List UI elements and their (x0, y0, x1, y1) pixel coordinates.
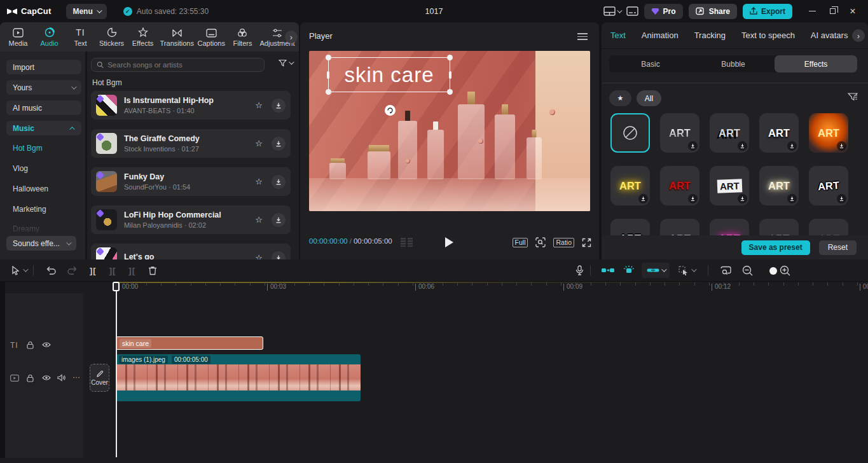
all-filter-button[interactable]: All (637, 90, 661, 106)
resize-handle[interactable] (326, 89, 331, 95)
delete-right-button[interactable]: ][ (128, 266, 135, 275)
resize-handle[interactable] (447, 55, 453, 60)
save-as-preset-button[interactable]: Save as preset (741, 240, 810, 255)
download-button[interactable] (272, 213, 286, 227)
effect-tile[interactable]: ART (710, 219, 749, 235)
effect-tile[interactable]: ART (610, 166, 650, 205)
download-button[interactable] (272, 137, 286, 151)
download-button[interactable] (272, 99, 286, 113)
tab-text[interactable]: Text (610, 31, 626, 40)
compact-layout-button[interactable] (626, 6, 638, 16)
pro-button[interactable]: Pro (644, 4, 683, 19)
effect-tile[interactable]: ART (660, 113, 699, 153)
tab-text[interactable]: TI Text (65, 27, 96, 47)
restore-button[interactable] (823, 3, 841, 20)
song-row[interactable]: Let's go ☆ (91, 244, 291, 259)
ratio-button[interactable]: Ratio (553, 238, 574, 247)
record-voiceover-button[interactable] (575, 265, 584, 275)
split-button[interactable]: ][ (90, 266, 97, 275)
tab-tracking[interactable]: Tracking (694, 31, 726, 40)
cursor-mode-button[interactable] (679, 266, 695, 275)
tab-captions[interactable]: Captions (196, 27, 227, 47)
effects-filter-button[interactable] (848, 92, 858, 101)
effect-tile[interactable]: ART (660, 166, 699, 205)
delete-left-button[interactable]: ][ (109, 266, 116, 275)
effect-tile[interactable]: ART (759, 113, 799, 153)
sidebar-item-vlog[interactable]: Vlog (13, 164, 28, 173)
song-row[interactable]: The Giraffe ComedyStock Inventions · 01:… (91, 129, 291, 158)
effect-tile[interactable]: ART (759, 219, 799, 235)
properties-tabs-overflow-button[interactable]: › (852, 29, 865, 42)
effect-tile[interactable]: ART (610, 219, 650, 235)
song-filter-button[interactable] (279, 59, 293, 67)
video-clip[interactable]: images (1).jpeg 00:00:05:00 (116, 354, 361, 401)
frame-view-icon[interactable] (401, 238, 413, 247)
snap-toggle[interactable] (623, 265, 635, 275)
download-button[interactable] (272, 251, 286, 260)
search-box[interactable] (91, 58, 265, 72)
delete-button[interactable] (148, 266, 157, 275)
more-options-icon[interactable]: ··· (72, 373, 80, 382)
effect-tile[interactable]: ART (710, 113, 749, 153)
redo-button[interactable] (67, 266, 78, 275)
zoom-out-button[interactable] (742, 265, 753, 276)
favorite-button[interactable]: ☆ (252, 213, 266, 227)
song-row[interactable]: Funky DaySoundForYou · 01:54 ☆ (91, 167, 291, 196)
eye-icon[interactable] (42, 375, 51, 381)
rotate-handle[interactable] (385, 105, 396, 116)
search-input[interactable] (107, 61, 259, 69)
tab-media[interactable]: Media (3, 27, 34, 47)
play-button[interactable] (445, 237, 453, 247)
sidebar-item-music[interactable]: Music (6, 121, 81, 135)
tabs-overflow-button[interactable]: › (285, 31, 298, 43)
subtab-bubble[interactable]: Bubble (692, 55, 775, 73)
sidebar-item-sound-effects[interactable]: Sounds effe... (6, 236, 76, 251)
effect-tile-none[interactable] (610, 113, 650, 153)
zoom-slider-handle[interactable] (769, 267, 777, 275)
export-button[interactable]: Export (743, 4, 792, 19)
link-toggle[interactable] (642, 263, 670, 278)
select-tool-button[interactable] (11, 266, 27, 275)
text-selection-box[interactable]: skin care (328, 57, 450, 92)
favorite-button[interactable]: ☆ (252, 175, 266, 189)
resize-handle[interactable] (447, 89, 453, 95)
favorites-filter-button[interactable]: ★ (609, 90, 631, 106)
sidebar-item-yours[interactable]: Yours (6, 80, 81, 95)
eye-icon[interactable] (42, 342, 51, 348)
full-button[interactable]: Full (513, 238, 528, 247)
effect-tile[interactable]: ART (710, 166, 749, 205)
video-preview[interactable]: skin care (309, 51, 590, 211)
minimize-button[interactable] (803, 3, 821, 20)
playhead-handle[interactable] (113, 282, 120, 291)
share-button[interactable]: Share (689, 4, 737, 19)
tab-transitions[interactable]: Transitions (158, 27, 196, 47)
subtab-effects[interactable]: Effects (775, 55, 857, 73)
tab-text-to-speech[interactable]: Text to speech (741, 31, 795, 40)
song-row[interactable]: Is Instrumental Hip-HopAVANT-BEATS · 01:… (91, 91, 291, 120)
sidebar-item-marketing[interactable]: Marketing (13, 205, 46, 214)
sidebar-item-hot-bgm[interactable]: Hot Bgm (13, 144, 43, 153)
effect-tile[interactable]: ART (660, 219, 699, 235)
cover-button[interactable]: Cover (90, 364, 109, 392)
playhead[interactable] (116, 282, 117, 457)
text-clip[interactable]: skin care (116, 336, 263, 350)
favorite-button[interactable]: ☆ (252, 99, 266, 113)
auto-ripple-toggle[interactable] (601, 266, 615, 275)
effect-tile[interactable]: ART (809, 113, 848, 153)
tab-audio[interactable]: Audio (34, 27, 65, 47)
resize-handle[interactable] (326, 55, 331, 60)
close-button[interactable]: × (844, 3, 862, 20)
overlay-text[interactable]: skin care (344, 63, 434, 87)
resize-handle[interactable] (449, 71, 451, 79)
song-row[interactable]: LoFi Hip Hop CommercialMilan Paloyannidi… (91, 205, 291, 234)
layout-toggle-button[interactable] (603, 6, 621, 16)
reset-button[interactable]: Reset (819, 240, 857, 255)
speaker-icon[interactable] (57, 374, 65, 382)
subtab-basic[interactable]: Basic (609, 55, 692, 73)
menu-button[interactable]: Menu (66, 4, 106, 19)
sidebar-item-halloween[interactable]: Halloween (13, 184, 48, 193)
favorite-button[interactable]: ☆ (252, 251, 266, 260)
undo-button[interactable] (46, 266, 56, 275)
lock-icon[interactable] (27, 341, 34, 349)
tab-effects[interactable]: Effects (127, 27, 158, 47)
